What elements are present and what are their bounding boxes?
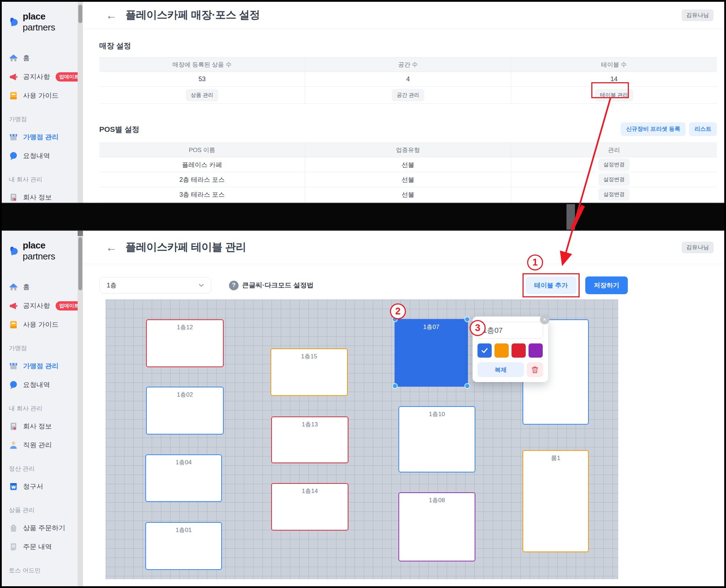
settings-change-button[interactable]: 설정변경 [598, 158, 630, 171]
sidebar-item-guide[interactable]: 사용 가이드 [9, 320, 71, 329]
store-column-header: 테이블 수 [511, 57, 717, 72]
color-swatch-orange[interactable] [495, 343, 509, 358]
help-link[interactable]: ? 큰글씨·다크모드 설정법 [229, 281, 314, 290]
product-manage-button[interactable]: 상품 관리 [186, 89, 218, 101]
sidebar-scrollbar[interactable] [78, 2, 83, 203]
delete-button[interactable] [527, 362, 543, 377]
table-card[interactable]: 1층12 [146, 319, 224, 367]
resize-handle[interactable] [392, 317, 398, 322]
add-table-button[interactable]: 테이블 추가 [526, 276, 576, 294]
help-icon: ? [229, 281, 239, 290]
color-swatch-blue[interactable] [478, 343, 492, 358]
sidebar-item-home[interactable]: 홈 [9, 282, 71, 292]
table-card-selected[interactable]: 1층07 [395, 319, 468, 387]
pos-settings-title: POS별 설정 [99, 124, 139, 134]
pos-column-header: 업종유형 [305, 143, 511, 157]
sidebar-item-company[interactable]: 회사 정보 [9, 193, 71, 202]
table-card[interactable]: 룸1 [523, 450, 589, 552]
sidebar-section-label: 토스 어드민 [9, 566, 71, 575]
megaphone-icon [9, 301, 18, 310]
settings-change-button[interactable]: 설정변경 [598, 188, 630, 201]
app-logo[interactable]: place partners [9, 11, 71, 33]
close-icon[interactable]: × [540, 315, 549, 324]
table-card-label: 1층13 [272, 420, 348, 429]
sidebar-item-label: 사용 가이드 [23, 91, 58, 100]
logo-text: place partners [23, 11, 71, 33]
sidebar-section-label: 가맹점 [9, 344, 71, 352]
space-manage-button[interactable]: 공간 관리 [392, 89, 424, 101]
sidebar-item-company[interactable]: 회사 정보 [9, 422, 71, 431]
floor-plan-canvas[interactable]: 룸11층081층101층071층141층131층151층011층041층021층… [106, 299, 618, 579]
logo-icon [9, 246, 19, 256]
sidebar-item-store[interactable]: 가맹점 관리 [9, 133, 71, 142]
settings-change-button[interactable]: 설정변경 [598, 173, 630, 186]
table-manage-button[interactable]: 테이블 관리 [595, 89, 633, 101]
sidebar-section-label: 가맹점 [9, 115, 71, 123]
scrollbar-thumb[interactable] [78, 237, 82, 290]
table-card-label: 1층10 [399, 410, 475, 418]
save-button[interactable]: 저장하기 [585, 276, 628, 294]
sidebar-section-label: 내 회사 관리 [9, 404, 71, 413]
pos-action-cell: 설정변경 [511, 172, 717, 187]
color-swatch-red[interactable] [512, 343, 526, 358]
sidebar-item-megaphone[interactable]: 공지사항업데이트 [9, 72, 71, 82]
table-card[interactable]: 1층02 [146, 387, 224, 435]
pos-type-cell: 선불 [305, 157, 511, 172]
table-card-label: 1층02 [147, 391, 223, 399]
resize-handle[interactable] [464, 383, 470, 389]
table-edit-popup: × 복제 [473, 317, 548, 382]
table-card[interactable]: 1층08 [398, 492, 475, 561]
app-logo[interactable]: place partners [9, 240, 71, 262]
new-device-preset-button[interactable]: 신규장비 프리셋 등록 [621, 122, 686, 136]
help-label: 큰글씨·다크모드 설정법 [242, 281, 314, 290]
table-card[interactable]: 1층14 [271, 483, 348, 531]
sidebar-item-megaphone[interactable]: 공지사항업데이트 [9, 301, 71, 310]
content: 매장 설정 매장에 등록된 상품 수공간 수테이블 수53414상품 관리공간 … [83, 41, 724, 203]
resize-handle[interactable] [392, 383, 398, 389]
home-icon [9, 54, 18, 63]
chat-icon [9, 380, 18, 390]
divider-artifact [566, 204, 575, 230]
sidebar-item-label: 공지사항 [23, 301, 50, 310]
table-card[interactable]: 1층04 [145, 454, 222, 502]
floor-select-dropdown[interactable]: 1층 [99, 277, 211, 293]
sidebar-item-chat[interactable]: 요청내역 [9, 151, 71, 161]
sidebar-item-chat[interactable]: 요청내역 [9, 380, 71, 390]
sidebar-item-label: 공지사항 [23, 72, 50, 82]
duplicate-button[interactable]: 복제 [478, 362, 524, 377]
list-button[interactable]: 리스트 [689, 122, 717, 136]
pos-action-cell: 설정변경 [511, 157, 717, 172]
sidebar-item-person[interactable]: 직원 관리 [9, 441, 71, 450]
table-card[interactable]: 1층10 [398, 406, 475, 472]
scrollbar-up-arrow[interactable] [78, 231, 83, 236]
table-card[interactable]: 1층01 [145, 522, 222, 570]
sidebar-item-guide[interactable]: 사용 가이드 [9, 91, 71, 100]
sidebar-item-bill[interactable]: ₩청구서 [9, 482, 71, 491]
color-swatch-purple[interactable] [529, 343, 543, 358]
table-card-label: 1층01 [146, 526, 221, 534]
sidebar-item-label: 가맹점 관리 [23, 362, 58, 371]
pos-table: POS 이름업종유형관리플레이스 카페선불설정변경2층 테라스 포스선불설정변경… [99, 142, 717, 203]
sidebar-item-order[interactable]: 주문 내역 [9, 542, 71, 551]
sidebar-item-store[interactable]: 가맹점 관리 [9, 362, 71, 371]
store-value-cell: 14 [511, 72, 717, 86]
sidebar-item-label: 요청내역 [23, 380, 50, 390]
home-icon [9, 282, 18, 292]
sidebar-item-home[interactable]: 홈 [9, 54, 71, 63]
scrollbar-thumb[interactable] [78, 5, 82, 23]
back-arrow-icon[interactable]: ← [106, 10, 117, 21]
pos-name-cell: 플레이스 카페 [99, 157, 305, 172]
sidebar-scrollbar[interactable] [78, 231, 83, 586]
back-arrow-icon[interactable]: ← [106, 242, 117, 253]
table-name-input[interactable] [478, 322, 543, 339]
table-card[interactable]: 1층13 [271, 416, 348, 463]
main-area: ← 플레이스카페 매장·포스 설정 김유나님 매장 설정 매장에 등록된 상품 … [83, 2, 724, 203]
table-card-label: 룸1 [523, 454, 588, 462]
user-badge[interactable]: 김유나님 [682, 241, 714, 253]
chevron-down-icon [197, 281, 205, 289]
table-card[interactable]: 1층15 [270, 348, 348, 396]
sidebar-item-bag[interactable]: 상품 주문하기 [9, 523, 71, 533]
resize-handle[interactable] [464, 317, 470, 322]
sidebar-section-label: 내 회사 관리 [9, 175, 71, 184]
user-badge[interactable]: 김유나님 [682, 9, 714, 21]
